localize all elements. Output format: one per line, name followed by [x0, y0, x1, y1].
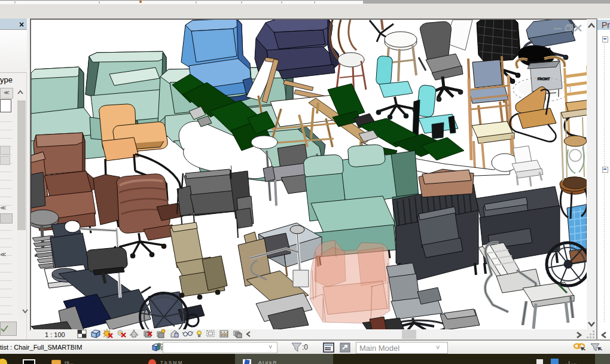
svg-text:FRONT: FRONT [538, 77, 550, 81]
